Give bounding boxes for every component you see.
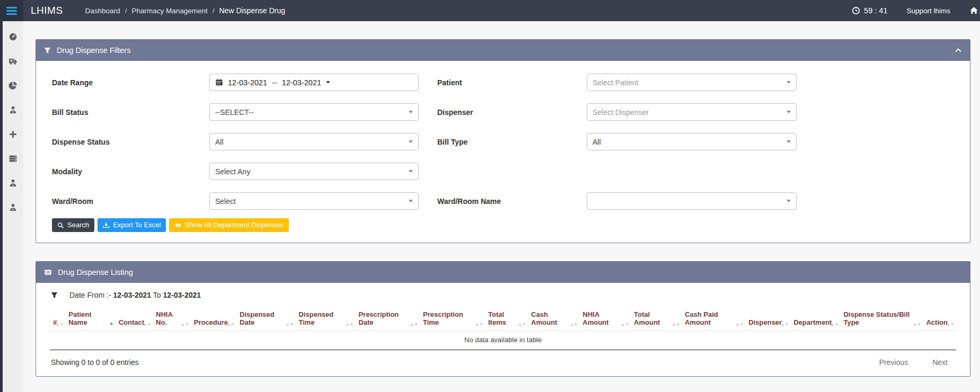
sidebar-item-ambulance[interactable]	[7, 57, 20, 66]
drug-dispense-filters-panel: Drug Dispense Filters Date Range 12-03-2…	[36, 39, 970, 243]
list-icon	[44, 269, 52, 276]
caret-down-icon	[787, 111, 791, 113]
column-header-cash-paid-amount[interactable]: Cash Paid Amount▲▼	[682, 307, 745, 331]
ward-room-name-select[interactable]	[587, 192, 797, 210]
dashboard-icon	[8, 32, 17, 41]
sidebar-item-doctor-3[interactable]	[7, 203, 20, 212]
chevron-up-icon[interactable]	[955, 47, 962, 54]
column-header-prescription-time[interactable]: Prescription Time▲▼	[420, 307, 485, 331]
dispense-table: #▲▼ Patient Name▲ Contact▲▼ NHIA No.▲▼ P…	[50, 307, 956, 350]
column-header-department[interactable]: Department▲▼	[790, 307, 840, 331]
search-icon	[57, 222, 64, 229]
column-header-patient-name[interactable]: Patient Name▲	[65, 307, 115, 331]
session-timer-value: 59 : 41	[864, 6, 887, 15]
ward-room-name-label: Ward/Room Name	[419, 197, 587, 206]
main-content: Drug Dispense Filters Date Range 12-03-2…	[23, 21, 980, 392]
column-header-dispensed-time[interactable]: Dispensed Time▲▼	[296, 307, 356, 331]
modality-value: Select Any	[215, 167, 409, 176]
sidebar-toggle-button[interactable]	[0, 0, 23, 21]
breadcrumb-dashboard[interactable]: Dashboard	[85, 7, 120, 15]
date-summary-to-word: To	[153, 291, 161, 299]
pagination-previous[interactable]: Previous	[879, 358, 908, 367]
bill-type-select[interactable]: All	[587, 133, 797, 150]
column-header-cash-amount[interactable]: Cash Amount▲▼	[528, 307, 579, 331]
export-to-excel-button[interactable]: Export To Excel	[98, 218, 166, 232]
column-header-total-items[interactable]: Total Items▲▼	[485, 307, 528, 331]
column-header-index[interactable]: #▲▼	[50, 307, 65, 331]
patient-select[interactable]: Select Patient	[587, 74, 797, 91]
dispense-status-select[interactable]: All	[209, 133, 419, 150]
column-header-action[interactable]: Action▲▼	[923, 307, 956, 331]
bill-status-select[interactable]: --SELECT--	[209, 103, 419, 121]
navbar-right: 59 : 41 Support lhims	[852, 6, 980, 15]
support-link[interactable]: Support lhims	[906, 7, 950, 15]
caret-down-icon	[409, 111, 413, 113]
caret-down-icon	[326, 81, 330, 84]
caret-down-icon	[409, 170, 413, 173]
pagination-next[interactable]: Next	[932, 358, 948, 367]
date-summary-from: 12-03-2021	[113, 291, 151, 299]
icon-sidebar	[0, 21, 23, 392]
date-range-separator: --	[272, 78, 277, 87]
eye-icon	[174, 222, 182, 229]
caret-down-icon	[787, 81, 791, 84]
column-header-dispenser[interactable]: Dispenser▲▼	[745, 307, 790, 331]
ward-room-label: Ward/Room	[52, 197, 209, 206]
server-icon	[8, 154, 17, 163]
date-range-summary: Date From :- 12-03-2021 To 12-03-2021	[50, 291, 956, 299]
column-header-dispense-status-bill-type[interactable]: Dispense Status/Bill Type▲▼	[840, 307, 923, 331]
sidebar-item-doctor[interactable]	[7, 105, 20, 114]
modality-select[interactable]: Select Any	[209, 163, 419, 180]
sidebar-item-records[interactable]	[7, 154, 20, 163]
hamburger-menu-icon	[6, 7, 17, 15]
doctor-icon	[8, 105, 17, 114]
pagination: Previous Next	[879, 358, 956, 367]
drug-dispense-listing-panel: Drug Dispense Listing Date From :- 12-03…	[36, 261, 970, 377]
sidebar-item-pie-chart[interactable]	[7, 81, 20, 90]
date-summary-to: 12-03-2021	[163, 291, 201, 299]
ward-room-select[interactable]: Select	[209, 192, 419, 210]
column-header-procedure[interactable]: Procedure▲▼	[191, 307, 236, 331]
app-brand: LHIMS	[31, 5, 63, 16]
caret-down-icon	[409, 140, 413, 143]
date-range-from: 12-03-2021	[228, 78, 267, 87]
plus-icon	[8, 130, 17, 139]
column-header-nhia-no[interactable]: NHIA No.▲▼	[153, 307, 191, 331]
date-range-input[interactable]: 12-03-2021 -- 12-03-2021	[209, 74, 419, 91]
dispenser-select[interactable]: Select Dispenser	[587, 103, 797, 121]
entries-info: Showing 0 to 0 of 0 entries	[50, 358, 139, 367]
session-timer: 59 : 41	[852, 6, 887, 15]
ward-room-value: Select	[215, 197, 409, 206]
sidebar-item-add[interactable]	[7, 130, 20, 139]
breadcrumb-current-page: New Dispense Drug	[219, 6, 285, 15]
show-all-department-dispenses-button[interactable]: Show All Department Dispenses	[169, 218, 289, 232]
bill-type-label: Bill Type	[419, 138, 587, 146]
filters-panel-header: Drug Dispense Filters	[36, 40, 970, 61]
dispenser-select-placeholder: Select Dispenser	[593, 108, 787, 117]
listing-panel-title: Drug Dispense Listing	[58, 268, 133, 277]
sidebar-item-doctor-2[interactable]	[7, 179, 20, 188]
doctor-icon	[8, 179, 17, 188]
patient-select-placeholder: Select Patient	[593, 78, 787, 87]
column-header-dispensed-date[interactable]: Dispensed Date▲▼	[236, 307, 295, 331]
home-icon[interactable]	[969, 6, 978, 15]
column-header-nhia-amount[interactable]: NHIA Amount▲▼	[579, 307, 631, 331]
sidebar-item-dashboard[interactable]	[7, 32, 20, 41]
breadcrumb-separator: /	[213, 7, 215, 15]
column-header-prescription-date[interactable]: Prescription Date▲▼	[355, 307, 420, 331]
empty-table-message: No data available in table	[50, 331, 956, 350]
breadcrumb-pharmacy-management[interactable]: Pharmacy Management	[131, 7, 207, 15]
empty-table-row: No data available in table	[50, 331, 956, 350]
date-summary-prefix: Date From :-	[69, 291, 111, 299]
search-button[interactable]: Search	[52, 218, 94, 232]
show-all-button-label: Show All Department Dispenses	[185, 221, 284, 229]
modality-label: Modality	[52, 167, 209, 176]
listing-panel-header: Drug Dispense Listing	[36, 262, 970, 283]
top-navbar: LHIMS Dashboard / Pharmacy Management / …	[0, 0, 980, 21]
column-header-total-amount[interactable]: Total Amount▲▼	[631, 307, 682, 331]
table-header-row: #▲▼ Patient Name▲ Contact▲▼ NHIA No.▲▼ P…	[50, 307, 956, 331]
bill-status-value: --SELECT--	[215, 108, 409, 117]
ambulance-icon	[8, 57, 17, 66]
column-header-contact[interactable]: Contact▲▼	[116, 307, 153, 331]
caret-down-icon	[787, 140, 791, 143]
